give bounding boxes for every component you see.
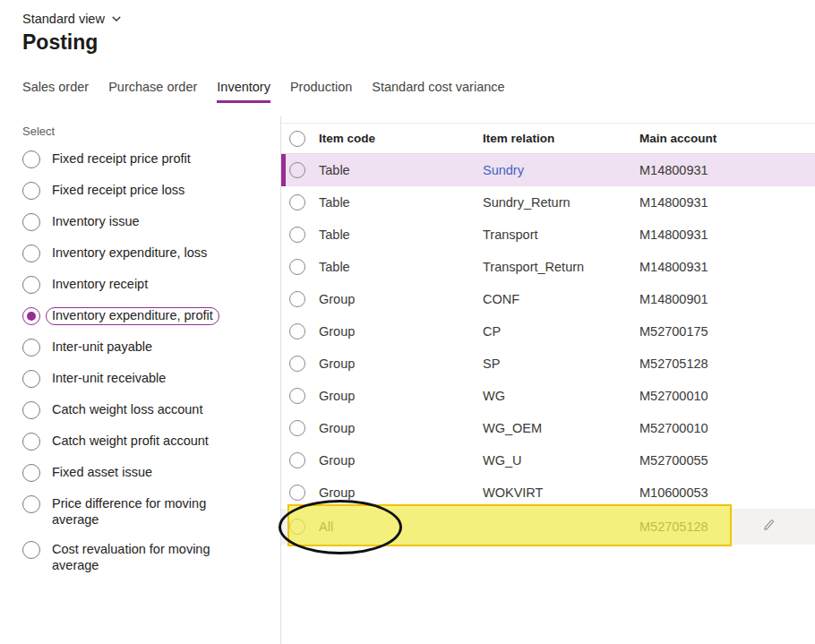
item-code-cell: All bbox=[319, 519, 483, 534]
radio-button-icon[interactable] bbox=[22, 401, 40, 419]
item-relation-cell: WOKVIRT bbox=[483, 485, 639, 500]
posting-type-option[interactable]: Inter-unit receivable bbox=[22, 370, 280, 388]
radio-button-icon[interactable] bbox=[22, 433, 40, 451]
item-code-cell: Table bbox=[319, 228, 483, 242]
item-code-cell: Table bbox=[319, 260, 483, 274]
edit-pencil-icon[interactable] bbox=[762, 519, 776, 535]
row-select-radio[interactable] bbox=[289, 356, 305, 372]
table-row[interactable]: Table Sundry_Return M14800931 bbox=[281, 186, 815, 219]
posting-type-option[interactable]: Catch weight loss account bbox=[22, 401, 280, 419]
select-all-radio[interactable] bbox=[289, 131, 305, 147]
posting-type-option[interactable]: Catch weight profit account bbox=[22, 433, 280, 451]
table-row[interactable]: Group WG_OEM M52700010 bbox=[281, 412, 815, 444]
row-select-radio[interactable] bbox=[289, 323, 305, 339]
posting-type-option[interactable]: Price difference for moving average bbox=[22, 495, 280, 528]
table-row[interactable]: Group CONF M14800901 bbox=[281, 283, 815, 315]
row-select-radio[interactable] bbox=[289, 388, 305, 404]
posting-type-option-label: Fixed receipt price profit bbox=[52, 151, 191, 167]
grid-header-row: Item code Item relation Main account bbox=[281, 124, 815, 154]
posting-type-option[interactable]: Inventory expenditure, loss bbox=[22, 245, 280, 262]
item-code-cell: Group bbox=[319, 389, 483, 403]
table-row[interactable]: Group WOKVIRT M10600053 bbox=[281, 477, 815, 509]
item-code-cell: Group bbox=[319, 292, 483, 306]
posting-type-option[interactable]: Fixed receipt price loss bbox=[22, 182, 280, 200]
tab-inventory[interactable]: Inventory bbox=[217, 80, 270, 103]
row-select-cell bbox=[281, 194, 319, 210]
row-edit-cell bbox=[762, 519, 815, 535]
main-content: Select Fixed receipt price profit Fixed … bbox=[0, 116, 815, 644]
posting-type-option[interactable]: Inventory issue bbox=[22, 213, 280, 231]
radio-button-icon[interactable] bbox=[22, 495, 40, 513]
posting-type-option-label: Inventory expenditure, profit bbox=[47, 308, 219, 324]
radio-button-icon[interactable] bbox=[22, 464, 40, 482]
posting-type-option[interactable]: Fixed receipt price profit bbox=[22, 150, 280, 168]
view-selector-dropdown[interactable]: Standard view bbox=[22, 11, 122, 27]
radio-button-icon[interactable] bbox=[22, 339, 40, 356]
main-account-cell: M52700010 bbox=[639, 389, 762, 403]
item-relation-cell: Transport bbox=[483, 228, 639, 242]
radio-button-icon[interactable] bbox=[22, 276, 40, 294]
row-select-radio[interactable] bbox=[289, 259, 305, 275]
table-row[interactable]: Table Transport_Return M14800931 bbox=[281, 251, 815, 283]
main-account-cell: M14800931 bbox=[639, 260, 762, 274]
main-account-cell: M52700055 bbox=[639, 453, 762, 468]
tab-bar: Sales order Purchase order Inventory Pro… bbox=[22, 80, 505, 103]
column-header-item-relation[interactable]: Item relation bbox=[483, 132, 639, 145]
radio-button-icon[interactable] bbox=[22, 182, 40, 200]
chevron-down-icon bbox=[111, 13, 122, 27]
tab-standard-cost-variance[interactable]: Standard cost variance bbox=[372, 80, 504, 103]
main-account-cell: M14800901 bbox=[639, 292, 762, 306]
table-row[interactable]: All M52705128 bbox=[281, 509, 815, 545]
row-select-radio[interactable] bbox=[289, 194, 305, 210]
radio-button-icon[interactable] bbox=[22, 213, 40, 231]
row-select-radio[interactable] bbox=[289, 291, 305, 307]
tab-purchase-order[interactable]: Purchase order bbox=[108, 80, 197, 103]
table-row[interactable]: Table Sundry M14800931 bbox=[281, 154, 815, 186]
tab-sales-order[interactable]: Sales order bbox=[22, 80, 89, 103]
posting-type-option[interactable]: Inventory expenditure, profit bbox=[22, 307, 280, 325]
item-code-cell: Group bbox=[319, 453, 483, 468]
row-select-radio[interactable] bbox=[289, 162, 305, 178]
view-selector-label: Standard view bbox=[22, 12, 105, 26]
posting-type-option-label: Inventory expenditure, loss bbox=[52, 245, 207, 262]
table-row[interactable]: Group WG M52700010 bbox=[281, 380, 815, 412]
row-select-radio[interactable] bbox=[289, 420, 305, 436]
posting-type-option-label: Catch weight loss account bbox=[52, 402, 202, 418]
main-account-cell: M14800931 bbox=[639, 163, 762, 177]
row-select-radio[interactable] bbox=[289, 452, 305, 468]
row-select-radio[interactable] bbox=[289, 519, 305, 535]
column-header-main-account[interactable]: Main account bbox=[639, 132, 762, 145]
radio-button-icon[interactable] bbox=[22, 150, 40, 168]
item-relation-cell: Sundry bbox=[483, 163, 639, 177]
posting-type-option-label: Price difference for moving average bbox=[52, 496, 251, 528]
radio-button-icon[interactable] bbox=[22, 541, 40, 559]
radio-button-icon[interactable] bbox=[22, 370, 40, 388]
posting-type-option[interactable]: Inter-unit payable bbox=[22, 339, 280, 356]
table-row[interactable]: Group CP M52700175 bbox=[281, 315, 815, 348]
table-row[interactable]: Group SP M52705128 bbox=[281, 348, 815, 380]
item-relation-cell: CONF bbox=[483, 292, 639, 306]
row-select-cell bbox=[281, 259, 319, 275]
row-select-cell bbox=[281, 291, 319, 307]
table-row[interactable]: Table Transport M14800931 bbox=[281, 219, 815, 251]
posting-type-option[interactable]: Cost revaluation for moving average bbox=[22, 541, 280, 573]
grid-table: Item code Item relation Main account Tab… bbox=[281, 123, 815, 545]
posting-type-option[interactable]: Inventory receipt bbox=[22, 276, 280, 294]
tab-production[interactable]: Production bbox=[290, 80, 352, 103]
item-relation-cell: SP bbox=[483, 356, 639, 371]
main-account-cell: M52700010 bbox=[639, 421, 762, 435]
select-all-cell bbox=[281, 131, 319, 147]
column-header-item-code[interactable]: Item code bbox=[319, 132, 483, 145]
row-select-radio[interactable] bbox=[289, 227, 305, 243]
radio-button-icon[interactable] bbox=[22, 307, 40, 325]
row-select-radio[interactable] bbox=[289, 485, 305, 501]
item-code-cell: Table bbox=[319, 163, 483, 177]
radio-button-icon[interactable] bbox=[22, 245, 40, 262]
row-select-cell bbox=[281, 227, 319, 243]
page-title: Posting bbox=[22, 30, 98, 55]
posting-type-option[interactable]: Fixed asset issue bbox=[22, 464, 280, 482]
table-row[interactable]: Group WG_U M52700055 bbox=[281, 444, 815, 477]
row-select-cell bbox=[281, 485, 319, 501]
posting-type-option-label: Catch weight profit account bbox=[52, 434, 209, 450]
posting-type-option-label: Inter-unit payable bbox=[52, 339, 152, 356]
